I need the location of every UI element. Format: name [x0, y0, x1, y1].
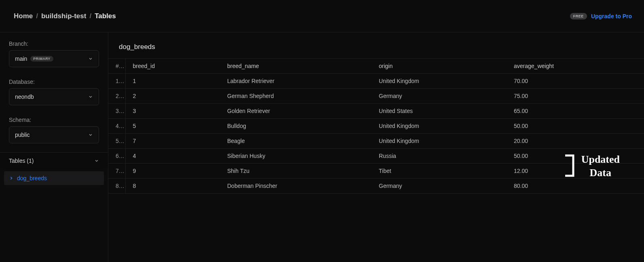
cell-average-weight[interactable]: 50.00 [507, 119, 644, 134]
topbar-right: FREE Upgrade to Pro [570, 13, 632, 19]
tables-header[interactable]: Tables (1) [0, 153, 108, 169]
col-breed-id[interactable]: breed_id [125, 59, 220, 74]
breadcrumb-current: Tables [95, 12, 116, 20]
cell-average-weight[interactable]: 50.00 [507, 149, 644, 164]
sidebar-table-item[interactable]: dog_breeds [4, 171, 104, 185]
cell-origin[interactable]: United Kingdom [372, 74, 507, 89]
cell-index: 5 [108, 134, 125, 149]
cell-breed-id[interactable]: 9 [125, 164, 220, 179]
breadcrumb-project[interactable]: buildship-test [41, 12, 86, 20]
cell-index: 4 [108, 119, 125, 134]
topbar: Home / buildship-test / Tables FREE Upgr… [0, 0, 644, 32]
cell-average-weight[interactable]: 12.00 [507, 164, 644, 179]
col-breed-name[interactable]: breed_name [220, 59, 372, 74]
database-label: Database: [9, 79, 99, 85]
breadcrumb-home[interactable]: Home [14, 12, 33, 20]
cell-breed-name[interactable]: Shih Tzu [220, 164, 372, 179]
cell-breed-id[interactable]: 2 [125, 89, 220, 104]
cell-average-weight[interactable]: 70.00 [507, 74, 644, 89]
chevron-down-icon [88, 94, 93, 99]
data-table: # breed_id breed_name origin average_wei… [108, 58, 644, 194]
plan-badge: FREE [570, 13, 587, 19]
table-row[interactable]: 57BeagleUnited Kingdom20.00 [108, 134, 644, 149]
main-content: dog_breeds # breed_id breed_name origin … [108, 32, 644, 262]
cell-origin[interactable]: Germany [372, 179, 507, 194]
table-row[interactable]: 11Labrador RetrieverUnited Kingdom70.00 [108, 74, 644, 89]
schema-label: Schema: [9, 117, 99, 123]
cell-index: 2 [108, 89, 125, 104]
cell-average-weight[interactable]: 65.00 [507, 104, 644, 119]
table-row[interactable]: 22German ShepherdGermany75.00 [108, 89, 644, 104]
tables-header-label: Tables (1) [9, 158, 34, 164]
cell-breed-id[interactable]: 3 [125, 104, 220, 119]
table-row[interactable]: 79Shih TzuTibet12.00 [108, 164, 644, 179]
col-origin[interactable]: origin [372, 59, 507, 74]
cell-breed-name[interactable]: Bulldog [220, 119, 372, 134]
table-title: dog_breeds [108, 32, 644, 58]
chevron-down-icon [88, 56, 93, 61]
cell-average-weight[interactable]: 20.00 [507, 134, 644, 149]
cell-origin[interactable]: Russia [372, 149, 507, 164]
cell-breed-name[interactable]: German Shepherd [220, 89, 372, 104]
branch-primary-badge: PRIMARY [30, 56, 53, 62]
cell-origin[interactable]: Tibet [372, 164, 507, 179]
cell-origin[interactable]: United Kingdom [372, 134, 507, 149]
sidebar-table-name: dog_breeds [17, 175, 47, 181]
tables-section: Tables (1) dog_breeds [0, 152, 108, 187]
breadcrumb-sep: / [89, 12, 91, 20]
cell-average-weight[interactable]: 80.00 [507, 179, 644, 194]
upgrade-link[interactable]: Upgrade to Pro [591, 13, 632, 19]
cell-breed-id[interactable]: 1 [125, 74, 220, 89]
cell-origin[interactable]: United States [372, 104, 507, 119]
cell-breed-name[interactable]: Labrador Retriever [220, 74, 372, 89]
table-row[interactable]: 64Siberian HuskyRussia50.00 [108, 149, 644, 164]
cell-breed-name[interactable]: Doberman Pinscher [220, 179, 372, 194]
table-row[interactable]: 45BulldogUnited Kingdom50.00 [108, 119, 644, 134]
chevron-right-icon [9, 176, 14, 181]
schema-value: public [15, 132, 30, 138]
branch-select[interactable]: main PRIMARY [9, 50, 99, 67]
cell-index: 3 [108, 104, 125, 119]
col-index[interactable]: # [108, 59, 125, 74]
cell-index: 6 [108, 149, 125, 164]
cell-breed-id[interactable]: 5 [125, 119, 220, 134]
cell-breed-name[interactable]: Beagle [220, 134, 372, 149]
chevron-down-icon [88, 132, 93, 137]
col-average-weight[interactable]: average_weight [507, 59, 644, 74]
breadcrumb-sep: / [36, 12, 38, 20]
table-row[interactable]: 33Golden RetrieverUnited States65.00 [108, 104, 644, 119]
schema-select[interactable]: public [9, 126, 99, 143]
cell-origin[interactable]: United Kingdom [372, 119, 507, 134]
table-header-row: # breed_id breed_name origin average_wei… [108, 59, 644, 74]
cell-breed-id[interactable]: 8 [125, 179, 220, 194]
sidebar: Branch: main PRIMARY Database: neondb Sc… [0, 32, 108, 262]
branch-label: Branch: [9, 40, 99, 47]
cell-origin[interactable]: Germany [372, 89, 507, 104]
cell-index: 1 [108, 74, 125, 89]
branch-value: main [15, 55, 27, 62]
database-select[interactable]: neondb [9, 88, 99, 105]
breadcrumb: Home / buildship-test / Tables [14, 12, 116, 20]
cell-breed-id[interactable]: 4 [125, 149, 220, 164]
cell-average-weight[interactable]: 75.00 [507, 89, 644, 104]
cell-breed-name[interactable]: Siberian Husky [220, 149, 372, 164]
cell-index: 8 [108, 179, 125, 194]
cell-breed-name[interactable]: Golden Retriever [220, 104, 372, 119]
table-row[interactable]: 88Doberman PinscherGermany80.00 [108, 179, 644, 194]
chevron-down-icon [94, 158, 99, 163]
cell-index: 7 [108, 164, 125, 179]
database-value: neondb [15, 94, 34, 100]
cell-breed-id[interactable]: 7 [125, 134, 220, 149]
